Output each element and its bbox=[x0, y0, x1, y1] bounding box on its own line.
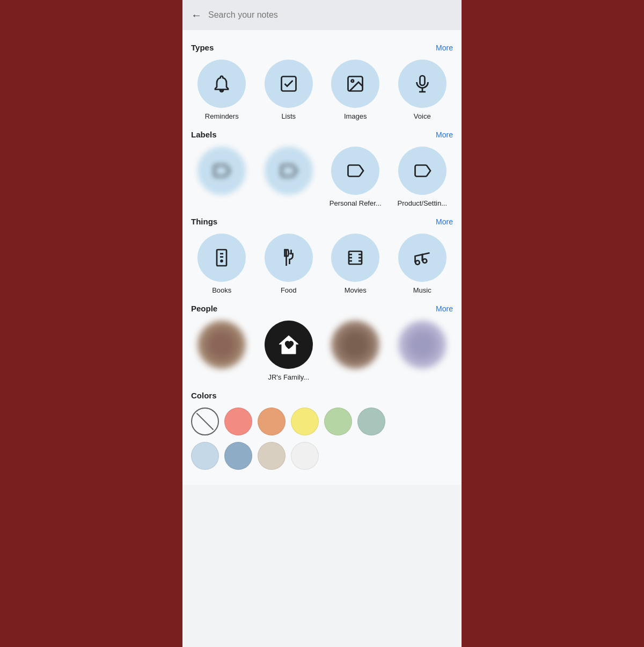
main-content: Types More Reminders bbox=[182, 30, 462, 485]
reminders-circle bbox=[197, 60, 246, 108]
svg-point-19 bbox=[415, 260, 420, 265]
person-3[interactable] bbox=[325, 321, 386, 381]
color-none[interactable] bbox=[191, 408, 219, 435]
label1-circle bbox=[197, 147, 246, 195]
things-more[interactable]: More bbox=[436, 217, 453, 226]
colors-section-header: Colors bbox=[191, 391, 453, 400]
color-green[interactable] bbox=[324, 408, 352, 435]
bell-icon bbox=[212, 74, 231, 93]
reminders-label: Reminders bbox=[205, 112, 239, 120]
labels-section-header: Labels More bbox=[191, 130, 453, 139]
movie-icon bbox=[346, 248, 365, 267]
types-grid: Reminders Lists bbox=[191, 60, 453, 120]
voice-label: Voice bbox=[414, 112, 431, 120]
colors-title: Colors bbox=[191, 391, 217, 400]
people-grid: JR's Family... bbox=[191, 321, 453, 381]
productsetting-label: Product/Settin... bbox=[398, 199, 448, 207]
images-label: Images bbox=[344, 112, 367, 120]
people-title: People bbox=[191, 304, 217, 313]
color-blue[interactable] bbox=[224, 442, 252, 470]
person-1[interactable] bbox=[191, 321, 253, 381]
label-productsetting[interactable]: Product/Settin... bbox=[392, 147, 453, 207]
house-heart-icon bbox=[275, 331, 302, 358]
thing-music[interactable]: Music bbox=[392, 234, 453, 294]
things-section-header: Things More bbox=[191, 217, 453, 226]
color-pink[interactable] bbox=[224, 408, 252, 435]
image-icon bbox=[346, 74, 365, 93]
books-circle bbox=[197, 234, 246, 282]
search-bar: ← bbox=[182, 0, 462, 30]
people-more[interactable]: More bbox=[436, 304, 453, 313]
labels-title: Labels bbox=[191, 130, 217, 139]
svg-rect-3 bbox=[420, 76, 425, 85]
music-icon bbox=[413, 248, 432, 267]
type-reminders[interactable]: Reminders bbox=[191, 60, 253, 120]
food-circle bbox=[265, 234, 313, 282]
label1-icon bbox=[212, 161, 231, 180]
personalref-label: Personal Refer... bbox=[330, 199, 382, 207]
person1-avatar bbox=[197, 321, 246, 369]
mic-icon bbox=[413, 74, 432, 93]
person2-avatar bbox=[265, 321, 313, 369]
person2-label: JR's Family... bbox=[268, 373, 309, 381]
svg-point-2 bbox=[352, 80, 354, 83]
person-4[interactable] bbox=[392, 321, 453, 381]
svg-point-20 bbox=[423, 259, 427, 263]
lists-label: Lists bbox=[281, 112, 296, 120]
colors-row1 bbox=[191, 408, 453, 435]
search-input[interactable] bbox=[208, 10, 453, 20]
book-icon bbox=[212, 248, 231, 267]
person4-avatar bbox=[398, 321, 447, 369]
music-label: Music bbox=[413, 286, 431, 294]
colors-row2 bbox=[191, 442, 453, 470]
books-label: Books bbox=[212, 286, 231, 294]
label2-circle bbox=[265, 147, 313, 195]
personalref-circle bbox=[331, 147, 379, 195]
labels-grid: Personal Refer... Product/Settin... bbox=[191, 147, 453, 207]
food-icon bbox=[279, 248, 298, 267]
color-lightblue[interactable] bbox=[191, 442, 219, 470]
things-title: Things bbox=[191, 217, 217, 226]
type-images[interactable]: Images bbox=[325, 60, 386, 120]
color-teal[interactable] bbox=[357, 408, 385, 435]
labels-more[interactable]: More bbox=[436, 130, 453, 139]
voice-circle bbox=[398, 60, 447, 108]
colors-section bbox=[191, 408, 453, 470]
app-container: ← Types More Reminders bbox=[182, 0, 462, 647]
people-section-header: People More bbox=[191, 304, 453, 313]
svg-rect-6 bbox=[217, 250, 226, 266]
color-beige[interactable] bbox=[258, 442, 286, 470]
thing-movies[interactable]: Movies bbox=[325, 234, 386, 294]
person-jrsfamily[interactable]: JR's Family... bbox=[258, 321, 320, 381]
types-title: Types bbox=[191, 43, 214, 52]
images-circle bbox=[331, 60, 379, 108]
type-lists[interactable]: Lists bbox=[258, 60, 320, 120]
color-orange[interactable] bbox=[258, 408, 286, 435]
label-2[interactable] bbox=[258, 147, 320, 207]
types-more[interactable]: More bbox=[436, 43, 453, 52]
label-personalref[interactable]: Personal Refer... bbox=[325, 147, 386, 207]
color-yellow[interactable] bbox=[291, 408, 319, 435]
types-section-header: Types More bbox=[191, 43, 453, 52]
type-voice[interactable]: Voice bbox=[392, 60, 453, 120]
color-white[interactable] bbox=[291, 442, 319, 470]
svg-point-9 bbox=[221, 260, 223, 262]
music-circle bbox=[398, 234, 447, 282]
checkbox-icon bbox=[279, 74, 298, 93]
label-1[interactable] bbox=[191, 147, 253, 207]
lists-circle bbox=[265, 60, 313, 108]
productsetting-icon bbox=[413, 161, 432, 180]
thing-food[interactable]: Food bbox=[258, 234, 320, 294]
food-label: Food bbox=[281, 286, 297, 294]
movies-circle bbox=[331, 234, 379, 282]
label2-icon bbox=[279, 161, 298, 180]
movies-label: Movies bbox=[345, 286, 367, 294]
personalref-icon bbox=[346, 161, 365, 180]
things-grid: Books Food bbox=[191, 234, 453, 294]
back-button[interactable]: ← bbox=[191, 9, 202, 21]
productsetting-circle bbox=[398, 147, 447, 195]
thing-books[interactable]: Books bbox=[191, 234, 253, 294]
person3-avatar bbox=[331, 321, 379, 369]
